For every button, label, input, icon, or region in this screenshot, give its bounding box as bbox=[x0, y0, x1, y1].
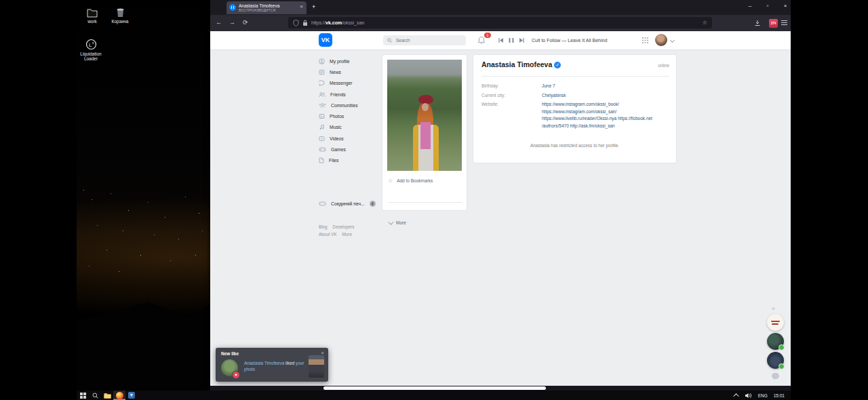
divider bbox=[388, 202, 462, 203]
liked-photo-thumbnail[interactable] bbox=[309, 355, 324, 378]
browser-toolbar: ← → ⟳ https://vk.com/okssi_san ☆ 274 bbox=[210, 15, 791, 31]
new-tab-button[interactable]: + bbox=[312, 3, 315, 10]
sidebar-item-friends[interactable]: Friends bbox=[319, 89, 384, 100]
back-icon[interactable]: ← bbox=[216, 19, 222, 26]
horizontal-scrollbar[interactable] bbox=[210, 386, 791, 391]
sticker-chat-head[interactable] bbox=[767, 314, 784, 331]
system-tray: ENG 15:01 bbox=[735, 393, 791, 399]
start-button[interactable] bbox=[77, 391, 89, 400]
browser-tab-bar: Anastasia Timofeeva ВОСПРОИЗВОДИТСЯ × + … bbox=[210, 0, 791, 15]
window-close-button[interactable]: × bbox=[780, 3, 791, 9]
firefox-icon bbox=[116, 392, 123, 399]
gamepad-icon bbox=[319, 201, 326, 207]
like-notification-popup[interactable]: New like × ♥ Anastasia Timofeeva liked y… bbox=[216, 348, 328, 382]
profile-name: Anastasia Timofeeva✓ bbox=[481, 60, 561, 68]
news-icon bbox=[319, 69, 325, 75]
footer-link-more[interactable]: More bbox=[342, 232, 352, 237]
sidebar-item-communities[interactable]: Communities bbox=[319, 100, 384, 111]
collapse-chevrons-icon[interactable]: « bbox=[772, 305, 775, 312]
footer-link-about-vk[interactable]: About VK bbox=[319, 232, 337, 237]
taskbar-app[interactable] bbox=[125, 391, 138, 400]
taskbar-firefox[interactable] bbox=[113, 391, 125, 400]
page-viewport: VK 1 Cult to Follow — Leave It All Behin… bbox=[210, 31, 791, 386]
chevron-down-icon bbox=[388, 219, 393, 224]
tab-close-icon[interactable]: × bbox=[300, 3, 303, 9]
sidebar-item-games[interactable]: Games bbox=[319, 144, 384, 155]
footer-link-developers[interactable]: Developers bbox=[333, 224, 355, 229]
bookmark-star-outline-icon: ☆ bbox=[388, 178, 393, 184]
chat-heads-column bbox=[765, 312, 785, 379]
search-box[interactable] bbox=[383, 35, 466, 45]
header-avatar[interactable] bbox=[655, 34, 667, 46]
profile-icon bbox=[319, 58, 325, 64]
more-actions-button[interactable]: More bbox=[388, 220, 406, 225]
online-status: online bbox=[658, 63, 669, 68]
tab-status: ВОСПРОИЗВОДИТСЯ bbox=[239, 9, 276, 12]
sidebar-item-music[interactable]: Music bbox=[319, 122, 384, 133]
online-dot bbox=[778, 363, 785, 369]
sidebar-item-game[interactable]: Соединяй печ... 4 bbox=[319, 201, 381, 207]
downloads-icon[interactable] bbox=[754, 20, 761, 26]
tray-expand-chevron-icon[interactable] bbox=[733, 393, 738, 399]
svg-text:s: s bbox=[92, 41, 94, 45]
restricted-access-note: Anastasia has restricted access to her p… bbox=[473, 143, 676, 148]
birthday-link[interactable]: June 7 bbox=[542, 83, 555, 90]
sidebar-item-messenger[interactable]: Messenger bbox=[319, 78, 384, 89]
profile-photo-card: ☆ Add to Bookmarks More bbox=[382, 54, 467, 211]
desktop-icon-liquidation-loader[interactable]: Ls Liquidation Loader bbox=[77, 35, 105, 61]
website-link-1[interactable]: https://www.instagram.com/okssi_book/ bbox=[542, 101, 652, 108]
language-indicator[interactable]: ENG bbox=[758, 393, 768, 398]
notification-title: New like bbox=[221, 351, 239, 356]
footer-link-blog[interactable]: Blog bbox=[319, 224, 328, 229]
website-link-2[interactable]: https://www.instagram.com/okssi_san/ bbox=[542, 108, 652, 116]
tab-audio-playing-icon[interactable] bbox=[229, 4, 236, 11]
taskbar-search-button[interactable] bbox=[89, 391, 101, 400]
sidebar-item-videos[interactable]: Videos bbox=[319, 133, 384, 144]
sidebar-item-news[interactable]: News bbox=[319, 66, 384, 77]
vk-logo[interactable]: VK bbox=[319, 33, 332, 47]
url-bar[interactable]: https://vk.com/okssi_san ☆ bbox=[288, 17, 712, 28]
notification-text: Anastasia Timofeeva liked your photo bbox=[244, 360, 307, 372]
videos-icon bbox=[319, 136, 325, 142]
notification-user-link[interactable]: Anastasia Timofeeva bbox=[244, 361, 284, 365]
bookmark-star-icon[interactable]: ☆ bbox=[703, 20, 707, 26]
profile-photo[interactable] bbox=[387, 60, 462, 171]
add-to-bookmarks-button[interactable]: ☆ Add to Bookmarks bbox=[388, 178, 433, 184]
apps-grid-icon[interactable] bbox=[642, 37, 644, 39]
tracking-shield-icon[interactable] bbox=[293, 20, 299, 26]
files-icon bbox=[319, 157, 324, 163]
sidebar-item-photos[interactable]: Photos bbox=[319, 111, 384, 121]
website-link-4[interactable]: /authors/5470 http://ask.fm/okssi_san bbox=[542, 123, 652, 130]
refresh-icon[interactable]: ⟳ bbox=[243, 19, 248, 26]
window-minimize-button[interactable]: – bbox=[745, 3, 755, 9]
player-track-title[interactable]: Cult to Follow — Leave It All Behind bbox=[532, 38, 607, 43]
taskbar-file-explorer[interactable] bbox=[101, 391, 113, 400]
account-chevron-down-icon[interactable] bbox=[670, 38, 675, 43]
volume-icon[interactable] bbox=[745, 393, 752, 399]
chat-head-avatar-1[interactable] bbox=[767, 333, 784, 350]
player-previous-icon[interactable] bbox=[498, 37, 504, 43]
sidebar-item-my-profile[interactable]: My profile bbox=[319, 56, 384, 66]
browser-tab-active[interactable]: Anastasia Timofeeva ВОСПРОИЗВОДИТСЯ × bbox=[226, 1, 307, 14]
city-link[interactable]: Chelyabinsk bbox=[542, 92, 566, 100]
player-next-icon[interactable] bbox=[519, 37, 525, 43]
player-pause-icon[interactable] bbox=[509, 37, 514, 43]
extension-badge[interactable]: 274 bbox=[769, 19, 778, 28]
search-input[interactable] bbox=[395, 37, 458, 43]
footer-links-row1: BlogDevelopers bbox=[319, 224, 359, 229]
scrollbar-thumb[interactable] bbox=[323, 386, 546, 390]
forward-icon[interactable]: → bbox=[229, 19, 235, 26]
desktop-icon-recycle-bin[interactable]: Корзина bbox=[106, 3, 134, 24]
clock[interactable]: 15:01 bbox=[774, 393, 785, 398]
website-link-3[interactable]: https://www.livelib.ru/reader/Okssi-nya … bbox=[542, 115, 652, 123]
photos-icon bbox=[319, 113, 325, 119]
chat-head-avatar-2[interactable] bbox=[767, 352, 784, 369]
window-maximize-button[interactable]: ▫ bbox=[762, 3, 773, 9]
sidebar-item-files[interactable]: Files bbox=[319, 155, 384, 166]
chat-bubble-icon[interactable] bbox=[772, 373, 779, 379]
desktop-icon-work[interactable]: work bbox=[78, 3, 106, 24]
like-heart-badge: ♥ bbox=[232, 371, 240, 379]
lock-icon[interactable] bbox=[302, 20, 308, 26]
menu-hamburger-icon[interactable] bbox=[781, 20, 787, 26]
messenger-icon bbox=[319, 80, 325, 86]
